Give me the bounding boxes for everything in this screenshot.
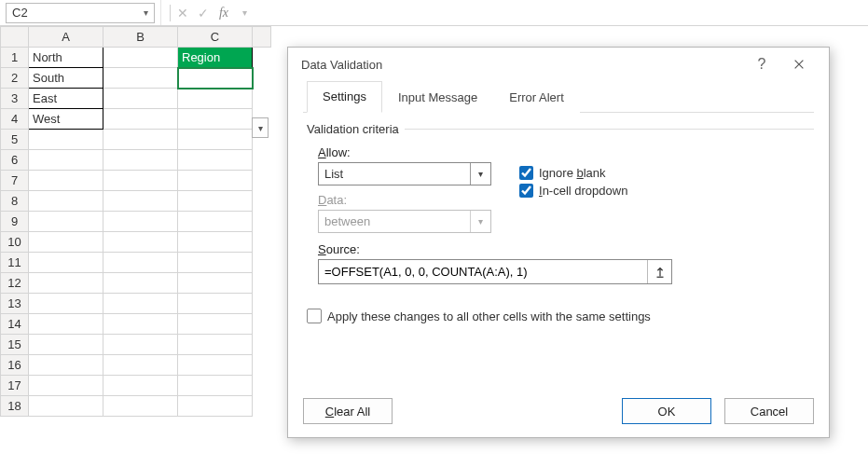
cell[interactable] <box>178 191 253 212</box>
row-header-1[interactable]: 1 <box>1 48 29 68</box>
cell-a4[interactable]: West <box>29 109 103 130</box>
row-header-2[interactable]: 2 <box>1 68 29 89</box>
cell[interactable] <box>29 232 103 253</box>
col-header-extra[interactable] <box>253 27 271 48</box>
cell[interactable] <box>103 294 178 314</box>
row-header-12[interactable]: 12 <box>1 273 29 294</box>
cell-c1[interactable]: Region <box>178 48 253 68</box>
cell[interactable] <box>29 396 103 417</box>
cell[interactable] <box>178 171 253 191</box>
cell[interactable] <box>178 335 253 355</box>
cell[interactable] <box>29 376 103 396</box>
select-all-corner[interactable] <box>1 27 29 48</box>
ok-button[interactable]: OK <box>622 398 711 424</box>
tab-error-alert[interactable]: Error Alert <box>493 82 580 113</box>
cell[interactable] <box>29 335 103 355</box>
collapse-dialog-button[interactable] <box>647 260 671 283</box>
cell-a1[interactable]: North <box>29 48 103 68</box>
cell[interactable] <box>103 335 178 355</box>
in-cell-dropdown-input[interactable] <box>519 184 533 198</box>
cell-b2[interactable] <box>103 68 178 89</box>
row-header-17[interactable]: 17 <box>1 376 29 396</box>
name-box[interactable]: C2 ▾ <box>6 3 155 23</box>
row-header-18[interactable]: 18 <box>1 396 29 417</box>
cell[interactable] <box>29 273 103 294</box>
cell[interactable] <box>29 212 103 232</box>
cell-c3[interactable] <box>178 89 253 109</box>
cell-a2[interactable]: South <box>29 68 103 89</box>
cell[interactable] <box>103 396 178 417</box>
tab-settings[interactable]: Settings <box>307 81 382 113</box>
tab-input-message[interactable]: Input Message <box>382 82 493 113</box>
cell-b4[interactable] <box>103 109 178 130</box>
cell[interactable] <box>103 130 178 150</box>
row-header-9[interactable]: 9 <box>1 212 29 232</box>
row-header-14[interactable]: 14 <box>1 314 29 335</box>
cell[interactable] <box>29 191 103 212</box>
cell[interactable] <box>178 273 253 294</box>
cell[interactable] <box>103 191 178 212</box>
allow-combobox[interactable]: List ▾ <box>318 162 491 185</box>
row-header-4[interactable]: 4 <box>1 109 29 130</box>
in-cell-dropdown-checkbox[interactable]: In-cell dropdown <box>519 184 627 198</box>
row-header-7[interactable]: 7 <box>1 171 29 191</box>
cell[interactable] <box>178 253 253 273</box>
col-header-c[interactable]: C <box>178 27 253 48</box>
chevron-down-icon[interactable]: ▾ <box>144 7 148 18</box>
cell[interactable] <box>178 130 253 150</box>
cell[interactable] <box>178 376 253 396</box>
cell[interactable] <box>29 294 103 314</box>
cancel-button[interactable]: Cancel <box>724 398 814 424</box>
cell[interactable] <box>178 232 253 253</box>
apply-all-row[interactable]: Apply these changes to all other cells w… <box>307 309 814 323</box>
cell[interactable] <box>103 232 178 253</box>
row-header-5[interactable]: 5 <box>1 130 29 150</box>
cell[interactable] <box>103 171 178 191</box>
cell[interactable] <box>178 314 253 335</box>
row-header-8[interactable]: 8 <box>1 191 29 212</box>
close-button[interactable] <box>780 51 818 77</box>
ignore-blank-input[interactable] <box>519 166 533 180</box>
cell-a3[interactable]: East <box>29 89 103 109</box>
cell[interactable] <box>103 273 178 294</box>
row-header-15[interactable]: 15 <box>1 335 29 355</box>
row-header-3[interactable]: 3 <box>1 89 29 109</box>
cell[interactable] <box>29 355 103 376</box>
row-header-10[interactable]: 10 <box>1 232 29 253</box>
cell[interactable] <box>103 253 178 273</box>
formula-input[interactable] <box>255 3 868 23</box>
chevron-down-icon[interactable]: ▾ <box>470 163 490 185</box>
cell[interactable] <box>29 171 103 191</box>
source-input[interactable] <box>319 260 647 283</box>
ignore-blank-checkbox[interactable]: Ignore blank <box>519 166 627 180</box>
col-header-b[interactable]: B <box>103 27 178 48</box>
cell[interactable] <box>178 212 253 232</box>
cell[interactable] <box>103 212 178 232</box>
cell[interactable] <box>178 294 253 314</box>
cell[interactable] <box>178 396 253 417</box>
apply-all-checkbox[interactable] <box>307 309 322 323</box>
cell[interactable] <box>29 253 103 273</box>
cell-b1[interactable] <box>103 48 178 68</box>
fx-icon[interactable]: fx <box>214 3 234 23</box>
cell[interactable] <box>29 130 103 150</box>
cell[interactable] <box>29 150 103 171</box>
chevron-down-icon[interactable]: ▾ <box>234 3 255 23</box>
cell-b3[interactable] <box>103 89 178 109</box>
row-header-16[interactable]: 16 <box>1 355 29 376</box>
cell[interactable] <box>29 314 103 335</box>
in-cell-dropdown-button[interactable]: ▾ <box>252 117 269 138</box>
cell[interactable] <box>103 376 178 396</box>
cell[interactable] <box>178 355 253 376</box>
cell-c2[interactable] <box>178 68 253 89</box>
cell[interactable] <box>103 150 178 171</box>
cell[interactable] <box>178 150 253 171</box>
help-button[interactable]: ? <box>743 51 780 77</box>
cell-c4[interactable] <box>178 109 253 130</box>
cell[interactable] <box>103 314 178 335</box>
row-header-6[interactable]: 6 <box>1 150 29 171</box>
row-header-13[interactable]: 13 <box>1 294 29 314</box>
col-header-a[interactable]: A <box>29 27 103 48</box>
clear-all-button[interactable]: Clear All <box>303 398 393 424</box>
row-header-11[interactable]: 11 <box>1 253 29 273</box>
